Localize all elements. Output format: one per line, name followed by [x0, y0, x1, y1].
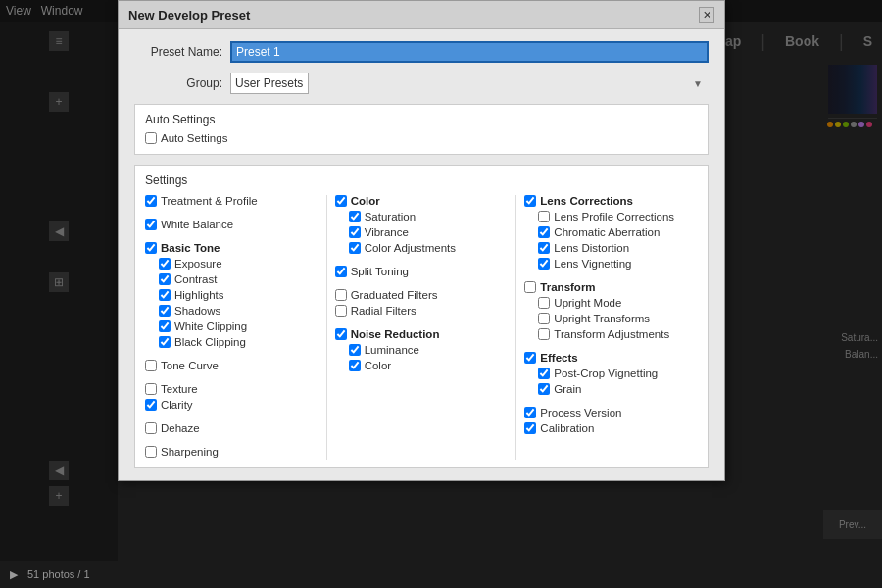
cb-process-version-label: Process Version — [540, 407, 621, 418]
settings-header: Settings — [145, 173, 698, 187]
preset-name-input[interactable] — [230, 41, 709, 63]
cb-basic-tone-input[interactable] — [145, 242, 157, 254]
cb-saturation-label: Saturation — [365, 211, 416, 222]
cb-process-version-input[interactable] — [524, 407, 536, 418]
cb-lens-vignetting-label: Lens Vignetting — [554, 258, 631, 270]
cb-vibrance-input[interactable] — [349, 226, 361, 238]
cb-noise-color-label: Color — [365, 360, 391, 371]
cb-vibrance-label: Vibrance — [365, 226, 409, 238]
cb-texture-input[interactable] — [145, 383, 157, 395]
cb-color: Color — [335, 195, 509, 207]
cb-tone-curve-input[interactable] — [145, 360, 157, 371]
cb-chromatic-aberration: Chromatic Aberration — [524, 226, 698, 238]
cb-radial-filters: Radial Filters — [335, 305, 509, 317]
cb-transform-input[interactable] — [524, 281, 536, 293]
cb-white-clipping: White Clipping — [145, 320, 318, 332]
settings-box: Settings Treatment & Profile White Balan… — [134, 165, 709, 468]
cb-color-adjustments-input[interactable] — [349, 242, 361, 254]
cb-chromatic-aberration-label: Chromatic Aberration — [554, 226, 660, 238]
cb-upright-mode-input[interactable] — [538, 297, 550, 309]
cb-contrast-input[interactable] — [159, 273, 171, 285]
cb-black-clipping-label: Black Clipping — [174, 336, 246, 348]
cb-grain: Grain — [524, 383, 698, 395]
cb-contrast-label: Contrast — [174, 273, 217, 285]
cb-treatment-profile-input[interactable] — [145, 195, 157, 207]
cb-transform: Transform — [524, 281, 698, 293]
cb-upright-transforms-label: Upright Transforms — [554, 313, 650, 324]
cb-white-clipping-input[interactable] — [159, 320, 171, 332]
cb-white-balance-label: White Balance — [161, 219, 233, 230]
group-select[interactable]: User Presets — [230, 73, 309, 94]
cb-calibration-input[interactable] — [524, 422, 536, 434]
cb-post-crop-vignetting-input[interactable] — [538, 368, 550, 379]
cb-black-clipping: Black Clipping — [145, 336, 318, 348]
cb-exposure-label: Exposure — [174, 258, 222, 270]
auto-settings-checkbox[interactable] — [145, 132, 157, 144]
cb-black-clipping-input[interactable] — [159, 336, 171, 348]
cb-highlights-input[interactable] — [159, 289, 171, 301]
cb-color-label: Color — [351, 195, 380, 207]
cb-lens-vignetting-input[interactable] — [538, 258, 550, 270]
cb-treatment-profile-label: Treatment & Profile — [161, 195, 258, 207]
cb-luminance-label: Luminance — [365, 344, 419, 356]
auto-settings-cb-item: Auto Settings — [145, 132, 698, 144]
cb-lens-distortion-input[interactable] — [538, 242, 550, 254]
cb-post-crop-vignetting-label: Post-Crop Vignetting — [554, 368, 658, 379]
cb-shadows-input[interactable] — [159, 305, 171, 317]
cb-white-clipping-label: White Clipping — [174, 320, 247, 332]
cb-saturation-input[interactable] — [349, 211, 361, 222]
select-arrow-icon: ▼ — [693, 78, 703, 89]
cb-tone-curve-label: Tone Curve — [161, 360, 219, 371]
cb-graduated-filters-input[interactable] — [335, 289, 347, 301]
cb-effects-label: Effects — [540, 352, 577, 364]
cb-sharpening-label: Sharpening — [161, 446, 219, 458]
cb-noise-reduction-input[interactable] — [335, 328, 347, 340]
cb-color-input[interactable] — [335, 195, 347, 207]
cb-luminance: Luminance — [335, 344, 509, 356]
cb-process-version: Process Version — [524, 407, 698, 418]
cb-chromatic-aberration-input[interactable] — [538, 226, 550, 238]
cb-radial-filters-input[interactable] — [335, 305, 347, 317]
cb-split-toning-label: Split Toning — [351, 266, 409, 277]
cb-noise-reduction-label: Noise Reduction — [351, 328, 440, 340]
cb-noise-reduction: Noise Reduction — [335, 328, 509, 340]
col-divider-1 — [326, 195, 327, 460]
cb-post-crop-vignetting: Post-Crop Vignetting — [524, 368, 698, 379]
dialog-title: New Develop Preset — [128, 8, 250, 23]
cb-clarity-input[interactable] — [145, 399, 157, 411]
cb-upright-transforms-input[interactable] — [538, 313, 550, 324]
cb-transform-adjustments-label: Transform Adjustments — [554, 328, 669, 340]
cb-noise-color-input[interactable] — [349, 360, 361, 371]
cb-tone-curve: Tone Curve — [145, 360, 318, 371]
cb-effects-input[interactable] — [524, 352, 536, 364]
cb-white-balance-input[interactable] — [145, 219, 157, 230]
bottom-play-icon[interactable]: ▶ — [10, 568, 18, 581]
cb-exposure-input[interactable] — [159, 258, 171, 270]
cb-transform-label: Transform — [540, 281, 595, 293]
group-select-wrapper: User Presets ▼ — [230, 73, 709, 94]
cb-lens-profile: Lens Profile Corrections — [524, 211, 698, 222]
cb-dehaze-label: Dehaze — [161, 422, 200, 434]
auto-settings-header: Auto Settings — [145, 113, 698, 126]
cb-luminance-input[interactable] — [349, 344, 361, 356]
cb-grain-input[interactable] — [538, 383, 550, 395]
cb-dehaze-input[interactable] — [145, 422, 157, 434]
cb-texture-label: Texture — [161, 383, 198, 395]
cb-lens-corrections: Lens Corrections — [524, 195, 698, 207]
cb-lens-corrections-input[interactable] — [524, 195, 536, 207]
dialog-body: Preset Name: Group: User Presets ▼ Auto … — [119, 29, 724, 480]
close-button[interactable]: ✕ — [699, 7, 714, 23]
auto-settings-box: Auto Settings Auto Settings — [134, 104, 709, 155]
cb-highlights: Highlights — [145, 289, 318, 301]
cb-split-toning-input[interactable] — [335, 266, 347, 277]
cb-clarity: Clarity — [145, 399, 318, 411]
preset-name-row: Preset Name: — [134, 41, 709, 63]
cb-upright-mode-label: Upright Mode — [554, 297, 621, 309]
cb-lens-distortion-label: Lens Distortion — [554, 242, 629, 254]
cb-sharpening-input[interactable] — [145, 446, 157, 458]
cb-lens-profile-input[interactable] — [538, 211, 550, 222]
group-label: Group: — [134, 76, 222, 90]
cb-vibrance: Vibrance — [335, 226, 509, 238]
cb-color-adjustments-label: Color Adjustments — [365, 242, 456, 254]
cb-transform-adjustments-input[interactable] — [538, 328, 550, 340]
